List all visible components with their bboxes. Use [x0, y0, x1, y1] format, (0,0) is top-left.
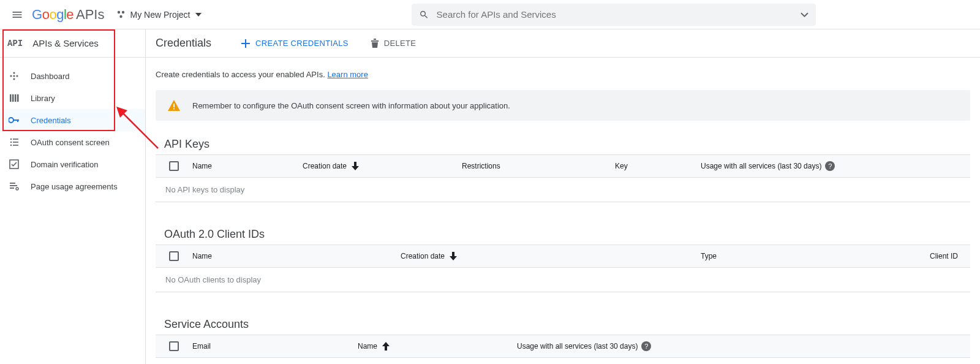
- sidebar-item-oauth-consent[interactable]: OAuth consent screen: [0, 131, 145, 153]
- api-keys-table: Name Creation date Restrictions Key Usag…: [156, 154, 970, 202]
- sidebar: API APIs & Services Dashboard Library: [0, 29, 146, 364]
- desc-text: Create credentials to access your enable…: [156, 70, 327, 79]
- create-label: CREATE CREDENTIALS: [255, 39, 349, 48]
- svg-point-0: [118, 10, 120, 13]
- sidebar-item-label: Credentials: [31, 116, 71, 125]
- warning-icon: [168, 100, 180, 111]
- svg-rect-24: [10, 188, 14, 189]
- sidebar-item-label: Library: [31, 94, 55, 103]
- col-creation[interactable]: Creation date: [401, 252, 701, 260]
- col-type[interactable]: Type: [701, 252, 897, 260]
- sidebar-item-label: Dashboard: [31, 72, 70, 81]
- project-name: My New Project: [130, 10, 190, 20]
- sidebar-title: APIs & Services: [32, 38, 99, 48]
- dashboard-icon: [7, 71, 21, 81]
- apis-logo-text: APIs: [76, 7, 104, 23]
- sidebar-item-dashboard[interactable]: Dashboard: [0, 65, 145, 87]
- section-title-oauth: OAuth 2.0 Client IDs: [164, 228, 970, 241]
- section-title-api-keys: API Keys: [164, 138, 970, 151]
- svg-rect-23: [10, 185, 17, 186]
- help-icon[interactable]: ?: [641, 341, 651, 351]
- description-line: Create credentials to access your enable…: [156, 70, 970, 79]
- col-client-id[interactable]: Client ID: [897, 252, 970, 260]
- sidebar-item-library[interactable]: Library: [0, 87, 145, 109]
- search-bar[interactable]: [412, 4, 816, 26]
- table-header: Name Creation date Restrictions Key Usag…: [156, 154, 970, 178]
- agreements-icon: [7, 181, 21, 191]
- svg-point-3: [13, 72, 15, 74]
- col-name[interactable]: Name: [192, 162, 303, 170]
- page-title: Credentials: [156, 37, 236, 50]
- table-header: Email Name Usage with all services (last…: [156, 335, 970, 358]
- col-usage[interactable]: Usage with all services (last 30 days) ?: [701, 161, 835, 171]
- col-name[interactable]: Name: [358, 342, 517, 351]
- select-all-checkbox[interactable]: [156, 341, 192, 351]
- table-header: Name Creation date Type Client ID: [156, 245, 970, 268]
- svg-point-12: [9, 118, 13, 123]
- search-input[interactable]: [437, 9, 796, 20]
- hamburger-menu-icon[interactable]: [5, 2, 29, 27]
- delete-label: DELETE: [384, 39, 416, 48]
- svg-rect-22: [10, 183, 15, 184]
- domain-icon: [7, 159, 21, 169]
- project-icon: [116, 10, 126, 20]
- svg-rect-19: [13, 142, 18, 143]
- col-creation[interactable]: Creation date: [303, 162, 462, 170]
- library-icon: [7, 93, 21, 103]
- sort-desc-icon: [450, 252, 457, 260]
- sidebar-item-label: OAuth consent screen: [31, 138, 110, 147]
- select-all-checkbox[interactable]: [156, 251, 192, 261]
- svg-rect-8: [10, 94, 12, 102]
- sort-asc-icon: [382, 342, 390, 351]
- col-name[interactable]: Name: [192, 252, 401, 260]
- select-all-checkbox[interactable]: [156, 161, 192, 171]
- col-usage[interactable]: Usage with all services (last 30 days) ?: [517, 341, 651, 351]
- empty-row: No service accounts to display: [156, 358, 970, 364]
- plus-icon: [241, 39, 251, 48]
- chevron-down-icon[interactable]: [801, 12, 809, 17]
- sort-desc-icon: [352, 162, 359, 170]
- service-accounts-table: Email Name Usage with all services (last…: [156, 335, 970, 364]
- svg-point-1: [122, 10, 124, 13]
- svg-point-7: [13, 75, 15, 77]
- alert-banner: Remember to configure the OAuth consent …: [156, 90, 970, 121]
- learn-more-link[interactable]: Learn more: [327, 70, 368, 79]
- help-icon[interactable]: ?: [825, 161, 835, 171]
- svg-point-17: [10, 145, 12, 146]
- col-restrictions[interactable]: Restrictions: [462, 162, 615, 170]
- caret-down-icon: [195, 13, 202, 17]
- consent-icon: [7, 137, 21, 147]
- sidebar-item-page-usage-agreements[interactable]: Page usage agreements: [0, 175, 145, 197]
- svg-point-16: [10, 142, 12, 143]
- google-logo-text: Google: [32, 7, 74, 23]
- svg-point-4: [10, 75, 12, 77]
- google-apis-logo: Google APIs: [32, 7, 104, 23]
- alert-text: Remember to configure the OAuth consent …: [192, 101, 510, 110]
- oauth-table: Name Creation date Type Client ID No OAu…: [156, 245, 970, 292]
- col-email[interactable]: Email: [192, 342, 358, 351]
- col-key[interactable]: Key: [615, 162, 701, 170]
- svg-rect-20: [13, 145, 18, 146]
- project-picker[interactable]: My New Project: [116, 10, 201, 20]
- sidebar-item-domain-verification[interactable]: Domain verification: [0, 153, 145, 175]
- trash-icon: [371, 39, 379, 48]
- sidebar-item-label: Page usage agreements: [31, 182, 118, 191]
- content-header: Credentials CREATE CREDENTIALS DELETE: [146, 29, 980, 58]
- sidebar-item-label: Domain verification: [31, 160, 99, 169]
- svg-rect-14: [17, 119, 18, 122]
- top-bar: Google APIs My New Project: [0, 0, 980, 29]
- svg-point-25: [16, 188, 18, 190]
- svg-rect-18: [13, 138, 18, 140]
- section-title-service-accounts: Service Accounts: [164, 318, 970, 331]
- delete-button[interactable]: DELETE: [366, 32, 421, 55]
- sidebar-item-credentials[interactable]: Credentials: [0, 109, 145, 131]
- svg-rect-11: [17, 94, 19, 102]
- create-credentials-button[interactable]: CREATE CREDENTIALS: [236, 32, 353, 55]
- svg-rect-9: [12, 94, 14, 102]
- svg-rect-10: [15, 94, 17, 102]
- empty-row: No OAuth clients to display: [156, 268, 970, 292]
- search-icon: [419, 9, 429, 20]
- key-icon: [7, 117, 21, 123]
- svg-point-15: [10, 138, 12, 140]
- svg-rect-27: [173, 108, 175, 110]
